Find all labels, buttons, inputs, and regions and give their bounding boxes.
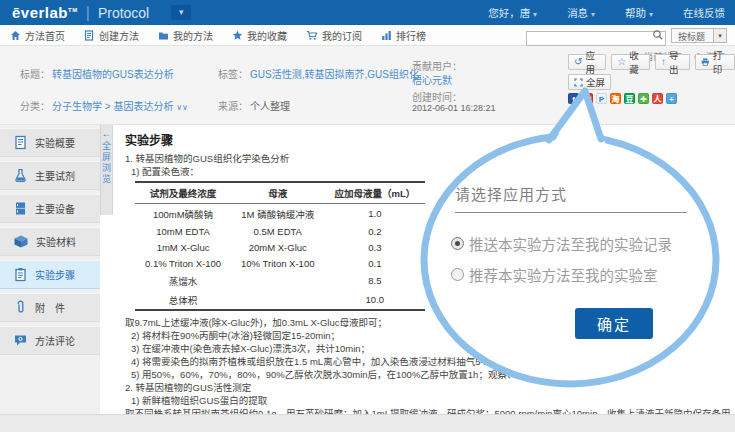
created-label: 创建时间： bbox=[412, 89, 462, 104]
col-volume: 应加母液量（mL） bbox=[324, 182, 425, 204]
dialog-option-push-to-records[interactable]: 推送本实验方法至我的实验记录 bbox=[451, 233, 672, 254]
dialog-option-recommend-to-lab[interactable]: 推荐本实验方法至我的实验室 bbox=[451, 264, 658, 285]
nav-my-favorites[interactable]: 我的收藏 bbox=[232, 28, 287, 43]
feedback-link[interactable]: 在线反馈 bbox=[683, 5, 725, 20]
share-douban-icon[interactable]: 豆 bbox=[624, 93, 635, 104]
home-icon bbox=[10, 30, 21, 41]
action-buttons: ↺应用 ☆收藏 ↑导出 打印 bbox=[568, 54, 735, 70]
share-renren-icon[interactable]: 人 bbox=[652, 93, 663, 104]
star-icon: ☆ bbox=[617, 57, 626, 67]
table-row: 蒸馏水8.5 bbox=[135, 271, 425, 290]
nav-bar: 方法首页 创建方法 我的方法 我的收藏 我的订阅 排行榜 bbox=[0, 25, 735, 46]
user-menu[interactable]: 您好，唐 ▾ bbox=[488, 5, 537, 20]
staining-solution-table: 试剂及最终浓度 母液 应加母液量（mL） 100mM磷酸钠1M 磷酸钠缓冲液1.… bbox=[135, 181, 425, 311]
step-line: 5) 用50%，60%，70%，80%，90%乙醇依次脱水30min后，在100… bbox=[125, 368, 735, 381]
nav-create-method[interactable]: 创建方法 bbox=[84, 28, 139, 43]
table-header-row: 试剂及最终浓度 母液 应加母液量（mL） bbox=[135, 182, 425, 204]
sidebar-item-label: 实验概要 bbox=[35, 135, 75, 150]
table-row: 10mM EDTA0.5M EDTA0.2 bbox=[135, 223, 425, 239]
radio-button[interactable] bbox=[451, 237, 464, 250]
radio-button[interactable] bbox=[451, 268, 464, 281]
created-value: 2012-06-01 16:28:21 bbox=[412, 103, 496, 113]
messages-menu[interactable]: 消息 ▾ bbox=[567, 5, 595, 20]
share-qzone-icon[interactable]: ✚ bbox=[638, 93, 649, 104]
sidebar-item-label: 附 件 bbox=[35, 300, 65, 315]
trademark: TM bbox=[68, 7, 78, 13]
export-icon: ↑ bbox=[661, 57, 666, 67]
sidebar-item-reagents[interactable]: 主要试剂 bbox=[0, 161, 100, 190]
share-taobao-icon[interactable]: 淘 bbox=[610, 93, 621, 104]
chevron-down-icon: ∨∨ bbox=[176, 103, 188, 112]
step-line: 取不同株系转基因拟南芥组织约0.1g，用石英砂研磨；加入1mL提取缓冲液，研成匀… bbox=[125, 407, 735, 414]
document-icon bbox=[13, 135, 28, 150]
folder-icon bbox=[158, 30, 169, 41]
step-line: 4) 将需要染色的拟南芥植株或组织放在1.5 mL离心管中，加入染色液浸过材料抽… bbox=[125, 355, 735, 368]
sidebar-item-label: 主要试剂 bbox=[35, 168, 75, 183]
product-switch-chevron-icon[interactable]: ▾ bbox=[171, 5, 191, 20]
search-input[interactable] bbox=[526, 31, 666, 46]
search-filter-value: 按标题 bbox=[672, 29, 713, 42]
chevron-down-icon: ▾ bbox=[591, 10, 595, 19]
fullscreen-button[interactable]: 全屏 bbox=[568, 74, 611, 90]
method-title-link[interactable]: 转基因植物的GUS表达分析 bbox=[52, 66, 174, 81]
sidebar-item-overview[interactable]: 实验概要 bbox=[0, 128, 100, 157]
share-more-icon[interactable]: + bbox=[666, 93, 677, 104]
paperclip-icon bbox=[13, 300, 28, 315]
nav-my-methods[interactable]: 我的方法 bbox=[158, 28, 213, 43]
sidebar: 实验概要 主要试剂 主要设备 实验材料 实验步骤 附 件 bbox=[0, 125, 100, 414]
share-icons-row: f 微 P 淘 豆 ✚ 人 + bbox=[568, 93, 677, 104]
new-document-icon bbox=[84, 30, 95, 41]
fullscreen-browse-label: 全屏浏览 bbox=[100, 141, 113, 185]
export-button[interactable]: ↑导出 bbox=[655, 54, 690, 70]
help-menu[interactable]: 帮助 ▾ bbox=[625, 5, 653, 20]
nav-search-area: 按标题 ▾ bbox=[526, 28, 727, 43]
fullscreen-browse-handle[interactable]: ← 全屏浏览 bbox=[100, 125, 113, 215]
nav-method-home[interactable]: 方法首页 bbox=[10, 28, 65, 43]
fullscreen-icon bbox=[574, 78, 583, 87]
chevron-down-icon: ▾ bbox=[649, 10, 653, 19]
sidebar-item-equipment[interactable]: 主要设备 bbox=[0, 194, 100, 223]
share-weibo-icon[interactable]: 微 bbox=[582, 93, 593, 104]
tags-label: 标签： bbox=[218, 66, 248, 81]
logo-divider: | bbox=[86, 4, 90, 22]
step-line: 1) 配置染色液： bbox=[125, 165, 735, 178]
contributor-link[interactable]: 梧心元默 bbox=[412, 72, 452, 87]
product-name: Protocol bbox=[98, 5, 149, 21]
sidebar-item-comments[interactable]: 方法评论 bbox=[0, 326, 100, 355]
title-label: 标题： bbox=[20, 66, 50, 81]
search-filter-select[interactable]: 按标题 ▾ bbox=[671, 28, 727, 43]
nav-my-subscriptions[interactable]: 我的订阅 bbox=[306, 28, 362, 43]
sidebar-item-materials[interactable]: 实验材料 bbox=[0, 227, 100, 256]
footer-strip bbox=[0, 414, 735, 432]
sidebar-item-attachments[interactable]: 附 件 bbox=[0, 293, 100, 322]
favorite-button[interactable]: ☆收藏 bbox=[611, 54, 650, 70]
top-menu: 您好，唐 ▾ 消息 ▾ 帮助 ▾ 在线反馈 bbox=[488, 5, 725, 20]
section-line: 1. 转基因植物的GUS组织化学染色分析 bbox=[125, 152, 735, 165]
method-tags[interactable]: GUS活性测,转基因拟南芥,GUS组织化.. bbox=[250, 66, 424, 81]
comment-icon bbox=[13, 333, 28, 348]
category-path[interactable]: 分子生物学 > 基因表达分析 ∨∨ bbox=[52, 98, 188, 113]
search-box bbox=[526, 28, 666, 43]
nav-rankings[interactable]: 排行榜 bbox=[381, 28, 426, 43]
chevron-down-icon: ▾ bbox=[533, 10, 537, 19]
apply-button[interactable]: ↺应用 bbox=[568, 54, 606, 70]
source-value: 个人整理 bbox=[250, 98, 290, 113]
table-row: 总体积10.0 bbox=[135, 290, 425, 310]
sidebar-item-label: 方法评论 bbox=[35, 333, 75, 348]
sidebar-item-label: 主要设备 bbox=[35, 201, 75, 216]
sidebar-item-steps[interactable]: 实验步骤 bbox=[0, 260, 100, 289]
print-button[interactable]: 打印 bbox=[695, 54, 735, 70]
logo-group: ēverlabTM | Protocol ▾ bbox=[12, 4, 191, 22]
cart-icon bbox=[306, 30, 318, 41]
top-bar: ēverlabTM | Protocol ▾ 您好，唐 ▾ 消息 ▾ 帮助 ▾ … bbox=[0, 0, 735, 25]
method-meta-panel: 当前状态： ◉ 浏览 标题： 转基因植物的GUS表达分析 标签： GUS活性测,… bbox=[0, 46, 735, 125]
share-facebook-icon[interactable]: f bbox=[568, 93, 579, 104]
search-icon[interactable] bbox=[652, 29, 664, 41]
dialog-divider bbox=[455, 212, 687, 213]
confirm-button[interactable]: 确定 bbox=[575, 308, 653, 339]
option-label: 推送本实验方法至我的实验记录 bbox=[469, 233, 672, 254]
table-row: 100mM磷酸钠1M 磷酸钠缓冲液1.0 bbox=[135, 204, 425, 224]
nav-items: 方法首页 创建方法 我的方法 我的收藏 我的订阅 排行榜 bbox=[10, 28, 426, 43]
table-row: 1mM X-Gluc20mM X-Gluc0.3 bbox=[135, 239, 425, 255]
share-xianguo-icon[interactable]: P bbox=[596, 93, 607, 104]
